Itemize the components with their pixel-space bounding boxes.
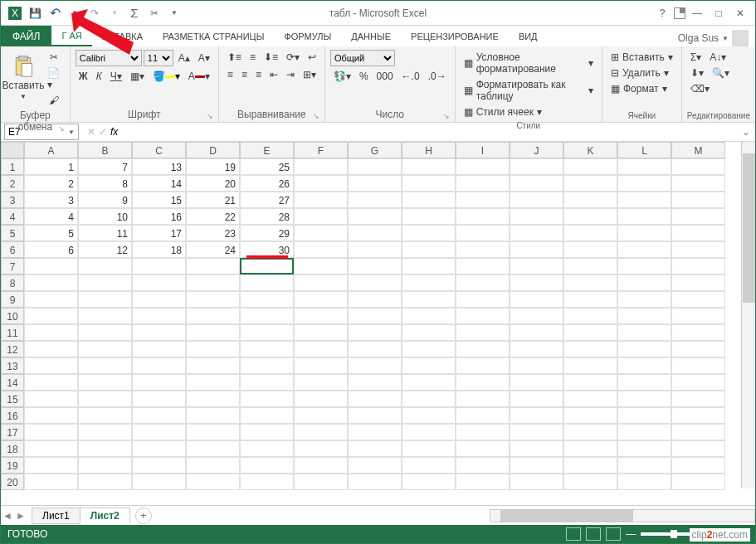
- sort-filter-button[interactable]: A↓▾: [706, 50, 729, 65]
- font-color-button[interactable]: A▾: [185, 69, 213, 84]
- cell[interactable]: [186, 308, 240, 324]
- cell[interactable]: [456, 424, 510, 440]
- borders-button[interactable]: ▦▾: [127, 69, 148, 84]
- row-header[interactable]: 4: [1, 208, 24, 225]
- cell[interactable]: [132, 407, 186, 424]
- cut-icon[interactable]: ✂: [145, 4, 163, 22]
- redo-dropdown-icon[interactable]: ▼: [105, 4, 124, 22]
- cell[interactable]: [348, 308, 402, 324]
- cell[interactable]: [24, 274, 78, 291]
- cell[interactable]: [294, 474, 348, 490]
- cell[interactable]: [402, 192, 456, 208]
- cell[interactable]: [456, 457, 510, 474]
- cell[interactable]: [24, 258, 78, 274]
- cell[interactable]: [671, 274, 725, 291]
- align-right-icon[interactable]: ≡: [252, 67, 265, 82]
- cell[interactable]: [671, 324, 725, 341]
- cell[interactable]: [78, 391, 132, 407]
- cell[interactable]: 18: [132, 241, 186, 258]
- cell[interactable]: [186, 440, 240, 457]
- user-name[interactable]: Olga Sus: [678, 32, 719, 44]
- cell[interactable]: [78, 424, 132, 440]
- cell[interactable]: [78, 357, 132, 374]
- fill-color-button[interactable]: 🪣▾: [149, 69, 183, 84]
- cell[interactable]: [671, 357, 725, 374]
- row-header[interactable]: 20: [1, 474, 24, 490]
- accounting-format-icon[interactable]: 💱▾: [330, 69, 354, 84]
- cell[interactable]: [78, 407, 132, 424]
- pagelayout-view-icon[interactable]: [586, 527, 601, 541]
- cell[interactable]: [78, 457, 132, 474]
- row-header[interactable]: 16: [1, 407, 24, 424]
- font-name-select[interactable]: Calibri: [76, 50, 142, 66]
- cell[interactable]: [294, 241, 348, 258]
- cell[interactable]: [617, 258, 671, 274]
- enter-formula-icon[interactable]: ✓: [99, 126, 107, 138]
- cell[interactable]: [563, 424, 617, 440]
- cell[interactable]: 22: [186, 208, 240, 225]
- sheet-tab[interactable]: Лист1: [32, 508, 80, 524]
- cell[interactable]: [240, 324, 294, 341]
- clipboard-dialog-launcher-icon[interactable]: ↘: [58, 124, 65, 133]
- row-header[interactable]: 1: [1, 158, 24, 175]
- column-header[interactable]: F: [294, 142, 348, 158]
- column-header[interactable]: E: [240, 142, 294, 158]
- column-header[interactable]: K: [563, 142, 617, 158]
- cell[interactable]: 9: [78, 192, 132, 208]
- cell[interactable]: [402, 291, 456, 308]
- horizontal-scrollbar[interactable]: [490, 509, 755, 522]
- cell[interactable]: 28: [240, 208, 294, 225]
- format-as-table-button[interactable]: ▦ Форматировать как таблицу ▾: [461, 77, 597, 104]
- cell[interactable]: [240, 391, 294, 407]
- cell[interactable]: [563, 341, 617, 357]
- comma-format-icon[interactable]: 000: [373, 69, 397, 84]
- cell[interactable]: [563, 274, 617, 291]
- cell[interactable]: [240, 341, 294, 357]
- cell[interactable]: 5: [24, 225, 78, 241]
- cell[interactable]: [348, 158, 402, 175]
- redo-icon[interactable]: ↷: [85, 4, 104, 22]
- row-header[interactable]: 12: [1, 341, 24, 357]
- cell[interactable]: [402, 158, 456, 175]
- bold-button[interactable]: Ж: [76, 69, 91, 84]
- cell[interactable]: [671, 175, 725, 192]
- cell[interactable]: [671, 424, 725, 440]
- cell[interactable]: [78, 341, 132, 357]
- tab-formulas[interactable]: ФОРМУЛЫ: [274, 26, 341, 46]
- cell[interactable]: [132, 474, 186, 490]
- alignment-dialog-launcher-icon[interactable]: ↘: [313, 112, 319, 120]
- cell[interactable]: [132, 391, 186, 407]
- cell[interactable]: [563, 291, 617, 308]
- align-middle-icon[interactable]: ≡: [246, 50, 259, 65]
- cell[interactable]: 3: [24, 192, 78, 208]
- cell[interactable]: 4: [24, 208, 78, 225]
- cell[interactable]: [510, 225, 563, 241]
- cell[interactable]: [348, 474, 402, 490]
- cell[interactable]: 21: [186, 192, 240, 208]
- cell[interactable]: [402, 274, 456, 291]
- cell[interactable]: [186, 407, 240, 424]
- cell[interactable]: [348, 407, 402, 424]
- cell[interactable]: [348, 225, 402, 241]
- cell[interactable]: 29: [240, 225, 294, 241]
- row-header[interactable]: 17: [1, 424, 24, 440]
- row-header[interactable]: 8: [1, 274, 24, 291]
- cell[interactable]: [348, 274, 402, 291]
- tab-view[interactable]: ВИД: [509, 26, 548, 46]
- cell[interactable]: [402, 308, 456, 324]
- cell[interactable]: [348, 440, 402, 457]
- cell[interactable]: [402, 241, 456, 258]
- format-cells-button[interactable]: ▦ Формат ▾: [607, 81, 676, 96]
- cell[interactable]: [294, 158, 348, 175]
- cell[interactable]: [402, 474, 456, 490]
- undo-icon[interactable]: ↶: [46, 4, 64, 22]
- cell[interactable]: 15: [132, 192, 186, 208]
- maximize-icon[interactable]: □: [709, 4, 729, 22]
- cell[interactable]: [186, 457, 240, 474]
- cell[interactable]: [132, 308, 186, 324]
- align-bottom-icon[interactable]: ⬇≡: [261, 50, 281, 65]
- cell[interactable]: [78, 440, 132, 457]
- cell[interactable]: [294, 225, 348, 241]
- cell[interactable]: [563, 175, 617, 192]
- cell[interactable]: [563, 457, 617, 474]
